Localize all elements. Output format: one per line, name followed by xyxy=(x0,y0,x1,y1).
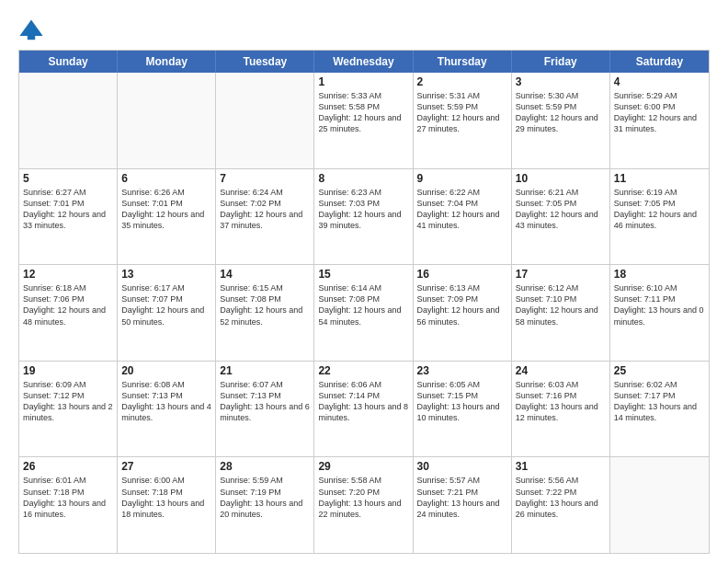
calendar-cell: 4Sunrise: 5:29 AM Sunset: 6:00 PM Daylig… xyxy=(610,73,709,168)
day-number: 6 xyxy=(121,172,211,185)
day-number: 21 xyxy=(220,364,310,377)
calendar-cell: 11Sunrise: 6:19 AM Sunset: 7:05 PM Dayli… xyxy=(610,169,709,265)
day-number: 19 xyxy=(23,364,113,377)
calendar-cell: 24Sunrise: 6:03 AM Sunset: 7:16 PM Dayli… xyxy=(512,362,610,457)
day-number: 23 xyxy=(417,364,507,377)
calendar-cell: 16Sunrise: 6:13 AM Sunset: 7:09 PM Dayli… xyxy=(414,265,512,361)
calendar-cell: 26Sunrise: 6:01 AM Sunset: 7:18 PM Dayli… xyxy=(19,457,118,553)
day-number: 12 xyxy=(23,268,113,281)
calendar-cell: 31Sunrise: 5:56 AM Sunset: 7:22 PM Dayli… xyxy=(512,457,610,553)
calendar-cell xyxy=(19,73,118,168)
day-number: 22 xyxy=(318,364,408,377)
calendar-cell: 15Sunrise: 6:14 AM Sunset: 7:08 PM Dayli… xyxy=(314,265,413,361)
cell-info: Sunrise: 5:31 AM Sunset: 5:59 PM Dayligh… xyxy=(417,90,507,135)
calendar-cell: 23Sunrise: 6:05 AM Sunset: 7:15 PM Dayli… xyxy=(414,362,512,457)
day-number: 28 xyxy=(220,460,310,473)
cell-info: Sunrise: 5:58 AM Sunset: 7:20 PM Dayligh… xyxy=(318,475,408,520)
calendar-cell: 29Sunrise: 5:58 AM Sunset: 7:20 PM Dayli… xyxy=(314,457,413,553)
cell-info: Sunrise: 5:29 AM Sunset: 6:00 PM Dayligh… xyxy=(614,90,705,135)
day-number: 31 xyxy=(516,460,606,473)
header-tuesday: Tuesday xyxy=(216,51,314,73)
cell-info: Sunrise: 6:17 AM Sunset: 7:07 PM Dayligh… xyxy=(121,282,211,327)
cell-info: Sunrise: 6:26 AM Sunset: 7:01 PM Dayligh… xyxy=(121,187,211,232)
calendar-cell: 21Sunrise: 6:07 AM Sunset: 7:13 PM Dayli… xyxy=(216,362,314,457)
day-number: 8 xyxy=(318,172,408,185)
cell-info: Sunrise: 5:33 AM Sunset: 5:58 PM Dayligh… xyxy=(318,90,408,135)
day-number: 2 xyxy=(417,75,507,88)
calendar-cell: 8Sunrise: 6:23 AM Sunset: 7:03 PM Daylig… xyxy=(314,169,413,265)
day-number: 27 xyxy=(121,460,211,473)
cell-info: Sunrise: 5:57 AM Sunset: 7:21 PM Dayligh… xyxy=(417,475,507,520)
cell-info: Sunrise: 6:13 AM Sunset: 7:09 PM Dayligh… xyxy=(417,282,507,327)
header-wednesday: Wednesday xyxy=(314,51,413,73)
cell-info: Sunrise: 6:27 AM Sunset: 7:01 PM Dayligh… xyxy=(23,187,113,232)
cell-info: Sunrise: 6:10 AM Sunset: 7:11 PM Dayligh… xyxy=(614,282,705,327)
day-number: 4 xyxy=(614,75,705,88)
calendar-row-4: 19Sunrise: 6:09 AM Sunset: 7:12 PM Dayli… xyxy=(19,362,709,458)
day-number: 15 xyxy=(318,268,408,281)
cell-info: Sunrise: 6:06 AM Sunset: 7:14 PM Dayligh… xyxy=(318,379,408,424)
cell-info: Sunrise: 6:03 AM Sunset: 7:16 PM Dayligh… xyxy=(516,379,606,424)
calendar-cell: 9Sunrise: 6:22 AM Sunset: 7:04 PM Daylig… xyxy=(414,169,512,265)
calendar-cell: 19Sunrise: 6:09 AM Sunset: 7:12 PM Dayli… xyxy=(19,362,118,457)
day-number: 20 xyxy=(121,364,211,377)
calendar-row-5: 26Sunrise: 6:01 AM Sunset: 7:18 PM Dayli… xyxy=(19,457,709,553)
cell-info: Sunrise: 6:09 AM Sunset: 7:12 PM Dayligh… xyxy=(23,379,113,424)
day-number: 24 xyxy=(516,364,606,377)
header-thursday: Thursday xyxy=(414,51,512,73)
day-number: 13 xyxy=(121,268,211,281)
page: Sunday Monday Tuesday Wednesday Thursday… xyxy=(0,0,728,563)
header xyxy=(18,17,710,42)
day-number: 3 xyxy=(516,75,606,88)
calendar-cell: 22Sunrise: 6:06 AM Sunset: 7:14 PM Dayli… xyxy=(314,362,413,457)
calendar-cell: 12Sunrise: 6:18 AM Sunset: 7:06 PM Dayli… xyxy=(19,265,118,361)
calendar-cell: 2Sunrise: 5:31 AM Sunset: 5:59 PM Daylig… xyxy=(414,73,512,168)
logo-icon xyxy=(18,17,44,42)
day-number: 10 xyxy=(516,172,606,185)
calendar-cell: 18Sunrise: 6:10 AM Sunset: 7:11 PM Dayli… xyxy=(610,265,709,361)
calendar-header: Sunday Monday Tuesday Wednesday Thursday… xyxy=(19,51,709,73)
day-number: 29 xyxy=(318,460,408,473)
cell-info: Sunrise: 6:02 AM Sunset: 7:17 PM Dayligh… xyxy=(614,379,705,424)
cell-info: Sunrise: 6:08 AM Sunset: 7:13 PM Dayligh… xyxy=(121,379,211,424)
day-number: 25 xyxy=(614,364,705,377)
calendar-cell: 7Sunrise: 6:24 AM Sunset: 7:02 PM Daylig… xyxy=(216,169,314,265)
header-sunday: Sunday xyxy=(19,51,118,73)
calendar-row-3: 12Sunrise: 6:18 AM Sunset: 7:06 PM Dayli… xyxy=(19,265,709,362)
calendar-cell xyxy=(216,73,314,168)
logo xyxy=(18,17,48,42)
calendar-cell: 25Sunrise: 6:02 AM Sunset: 7:17 PM Dayli… xyxy=(610,362,709,457)
svg-marker-0 xyxy=(19,20,42,37)
calendar-cell: 3Sunrise: 5:30 AM Sunset: 5:59 PM Daylig… xyxy=(512,73,610,168)
cell-info: Sunrise: 6:19 AM Sunset: 7:05 PM Dayligh… xyxy=(614,187,705,232)
calendar-row-1: 1Sunrise: 5:33 AM Sunset: 5:58 PM Daylig… xyxy=(19,73,709,169)
calendar-cell: 17Sunrise: 6:12 AM Sunset: 7:10 PM Dayli… xyxy=(512,265,610,361)
calendar-cell xyxy=(118,73,216,168)
calendar-cell: 28Sunrise: 5:59 AM Sunset: 7:19 PM Dayli… xyxy=(216,457,314,553)
header-saturday: Saturday xyxy=(610,51,709,73)
calendar: Sunday Monday Tuesday Wednesday Thursday… xyxy=(18,50,710,554)
calendar-body: 1Sunrise: 5:33 AM Sunset: 5:58 PM Daylig… xyxy=(19,73,709,553)
cell-info: Sunrise: 6:14 AM Sunset: 7:08 PM Dayligh… xyxy=(318,282,408,327)
calendar-cell: 6Sunrise: 6:26 AM Sunset: 7:01 PM Daylig… xyxy=(118,169,216,265)
day-number: 1 xyxy=(318,75,408,88)
header-friday: Friday xyxy=(512,51,610,73)
cell-info: Sunrise: 6:18 AM Sunset: 7:06 PM Dayligh… xyxy=(23,282,113,327)
day-number: 30 xyxy=(417,460,507,473)
cell-info: Sunrise: 6:23 AM Sunset: 7:03 PM Dayligh… xyxy=(318,187,408,232)
day-number: 26 xyxy=(23,460,113,473)
calendar-cell: 27Sunrise: 6:00 AM Sunset: 7:18 PM Dayli… xyxy=(118,457,216,553)
cell-info: Sunrise: 5:56 AM Sunset: 7:22 PM Dayligh… xyxy=(516,475,606,520)
cell-info: Sunrise: 6:00 AM Sunset: 7:18 PM Dayligh… xyxy=(121,475,211,520)
cell-info: Sunrise: 6:01 AM Sunset: 7:18 PM Dayligh… xyxy=(23,475,113,520)
cell-info: Sunrise: 6:24 AM Sunset: 7:02 PM Dayligh… xyxy=(220,187,310,232)
cell-info: Sunrise: 5:30 AM Sunset: 5:59 PM Dayligh… xyxy=(516,90,606,135)
svg-rect-1 xyxy=(28,36,35,40)
cell-info: Sunrise: 6:07 AM Sunset: 7:13 PM Dayligh… xyxy=(220,379,310,424)
calendar-cell: 1Sunrise: 5:33 AM Sunset: 5:58 PM Daylig… xyxy=(314,73,413,168)
day-number: 7 xyxy=(220,172,310,185)
header-monday: Monday xyxy=(118,51,216,73)
calendar-cell xyxy=(610,457,709,553)
cell-info: Sunrise: 5:59 AM Sunset: 7:19 PM Dayligh… xyxy=(220,475,310,520)
cell-info: Sunrise: 6:15 AM Sunset: 7:08 PM Dayligh… xyxy=(220,282,310,327)
